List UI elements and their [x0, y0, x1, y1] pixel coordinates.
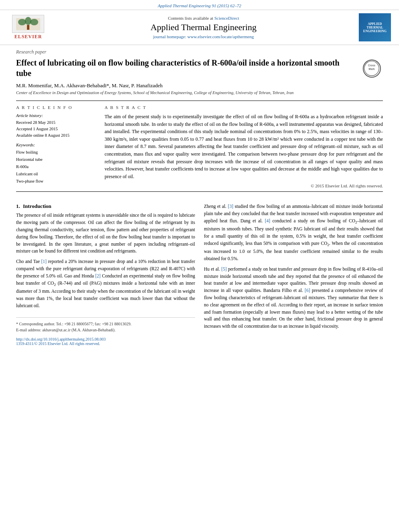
ref-2: [2]	[95, 273, 101, 278]
svg-point-3	[30, 19, 38, 25]
email-label: E-mail address:	[16, 328, 41, 332]
keyword-4: Lubricant oil	[16, 170, 97, 178]
two-col-body: 1. Introduction The presence of oil insi…	[16, 203, 383, 346]
history-items: Received 28 May 2015 Accepted 1 August 2…	[16, 119, 97, 138]
email-line: E-mail address: akhavan@ut.ac.ir (M.A. A…	[16, 327, 195, 333]
received-date: Received 28 May 2015	[16, 119, 97, 126]
right-para-1: Zheng et al. [3] studied the flow boilin…	[204, 203, 383, 262]
corresponding-author: * Corresponding author. Tel.: +98 21 880…	[16, 321, 195, 327]
elsevier-tree-icon	[14, 16, 42, 32]
elsevier-logo-img	[12, 15, 44, 33]
doi-link[interactable]: http://dx.doi.org/10.1016/j.applthermale…	[16, 337, 195, 341]
divider-2	[16, 191, 383, 192]
journal-ref: Applied Thermal Engineering 91 (2015) 62…	[158, 3, 241, 8]
abstract-header: A B S T R A C T	[105, 105, 383, 110]
journal-ref-bar: Applied Thermal Engineering 91 (2015) 62…	[0, 0, 399, 10]
article-info-col: A R T I C L E I N F O Article history: R…	[16, 105, 97, 188]
svg-text:Cross: Cross	[368, 64, 375, 67]
page: Applied Thermal Engineering 91 (2015) 62…	[0, 0, 399, 532]
svg-text:Mark: Mark	[369, 68, 375, 70]
ref-1: [1]	[41, 259, 47, 264]
keywords-list: Flow boiling Horizontal tube R-600a Lubr…	[16, 149, 97, 185]
crossmark-badge: Cross Mark	[361, 58, 383, 80]
homepage-url[interactable]: www.elsevier.com/locate/apthermeng	[187, 34, 254, 39]
article-header-area: Research paper Effect of lubricating oil…	[0, 45, 399, 199]
section-number: 1.	[16, 203, 20, 209]
ref-4: [4]	[265, 218, 270, 223]
available-date: Available online 8 August 2015	[16, 132, 97, 139]
body-left-col: 1. Introduction The presence of oil insi…	[16, 203, 195, 346]
affiliation-line: Center of Excellence in Design and Optim…	[16, 90, 383, 95]
journal-title: Applied Thermal Engineering	[48, 22, 359, 33]
contents-line: Contents lists available at ScienceDirec…	[48, 16, 359, 21]
issn-line: 1359-4311/© 2015 Elsevier Ltd. All right…	[16, 341, 195, 346]
crossmark-icon: Cross Mark	[364, 60, 380, 78]
section-title-text: Introduction	[23, 203, 51, 209]
accepted-date: Accepted 1 August 2015	[16, 126, 97, 132]
ref-5: [5]	[221, 267, 226, 271]
ref-6: [6]	[305, 288, 310, 293]
section-1-title: 1. Introduction	[16, 203, 195, 210]
svg-point-1	[18, 19, 26, 25]
body-right-col: Zheng et al. [3] studied the flow boilin…	[204, 203, 383, 346]
abstract-text: The aim of the present study is to exper…	[105, 113, 383, 180]
article-info-abstract: A R T I C L E I N F O Article history: R…	[16, 105, 383, 188]
keyword-1: Flow boiling	[16, 149, 97, 156]
keywords-label: Keywords:	[16, 142, 97, 147]
article-title-text: Effect of lubricating oil on flow boilin…	[16, 58, 339, 78]
email-address: akhavan@ut.ac.ir (M.A. Akhavan-Behabadi)…	[42, 328, 115, 332]
abstract-col: A B S T R A C T The aim of the present s…	[105, 105, 383, 188]
crossmark-circle: Cross Mark	[363, 60, 381, 78]
ref-3: [3]	[228, 204, 233, 209]
body-content: 1. Introduction The presence of oil insi…	[0, 199, 399, 350]
journal-center: Contents lists available at ScienceDirec…	[48, 16, 359, 39]
copyright-notice: © 2015 Elsevier Ltd. All rights reserved…	[105, 183, 383, 188]
divider-1	[16, 101, 383, 101]
keyword-2: Horizontal tube	[16, 156, 97, 163]
svg-point-2	[25, 17, 31, 25]
journal-header: ELSEVIER Contents lists available at Sci…	[0, 10, 399, 45]
article-type-label: Research paper	[16, 49, 383, 55]
journal-logo-right: APPLIED THERMAL ENGINEERING	[359, 13, 391, 41]
right-para-2: Hu et al. [5] performed a study on heat …	[204, 266, 383, 330]
elsevier-logo-area: ELSEVIER	[8, 15, 48, 40]
sciencedirect-link[interactable]: ScienceDirect	[214, 16, 239, 21]
keyword-3: R-600a	[16, 163, 97, 170]
intro-para-1: The presence of oil inside refrigerant s…	[16, 212, 195, 255]
authors-line: M.R. Momenifar, M.A. Akhavan-Behabadi*, …	[16, 82, 383, 89]
journal-homepage: journal homepage: www.elsevier.com/locat…	[48, 34, 359, 39]
keyword-5: Two-phase flow	[16, 178, 97, 185]
svg-rect-4	[27, 25, 29, 30]
article-title-container: Effect of lubricating oil on flow boilin…	[16, 58, 383, 78]
footer-links: http://dx.doi.org/10.1016/j.applthermale…	[16, 337, 195, 346]
elsevier-label: ELSEVIER	[14, 34, 42, 40]
history-label: Article history:	[16, 113, 97, 118]
article-info-header: A R T I C L E I N F O	[16, 105, 97, 110]
intro-para-2: Cho and Tae [1] reported a 20% increase …	[16, 258, 195, 309]
footnote-area: * Corresponding author. Tel.: +98 21 880…	[16, 317, 195, 333]
